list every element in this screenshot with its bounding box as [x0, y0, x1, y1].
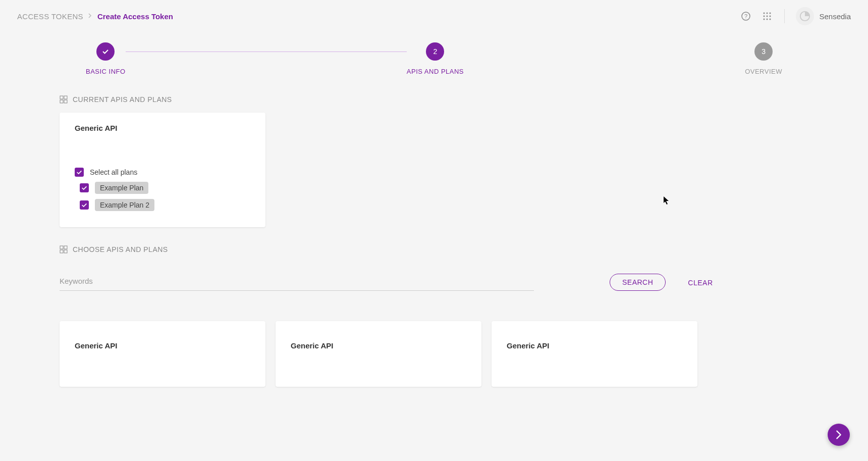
- svg-point-6: [767, 16, 768, 17]
- plan-chip: Example Plan 2: [95, 199, 154, 211]
- svg-point-3: [767, 13, 768, 14]
- section-title-text: CHOOSE APIS AND PLANS: [73, 245, 168, 253]
- api-card-grid: Generic API Generic API Generic API: [60, 321, 808, 387]
- step-overview[interactable]: 3 OVERVIEW: [745, 42, 782, 75]
- chevron-right-icon: [88, 13, 92, 20]
- breadcrumb-parent[interactable]: ACCESS TOKENS: [17, 12, 83, 21]
- svg-point-9: [767, 19, 768, 20]
- svg-point-5: [764, 16, 765, 17]
- api-card[interactable]: Generic API: [276, 321, 481, 387]
- api-card-title: Generic API: [291, 341, 466, 350]
- svg-point-8: [764, 19, 765, 20]
- search-input[interactable]: [60, 275, 534, 287]
- svg-rect-12: [60, 96, 63, 99]
- api-card[interactable]: Generic API: [60, 321, 265, 387]
- apps-grid-icon[interactable]: [761, 10, 773, 22]
- help-icon[interactable]: ?: [740, 10, 752, 22]
- step-circle-inactive: 3: [754, 42, 773, 61]
- svg-rect-13: [64, 96, 67, 99]
- select-all-label: Select all plans: [90, 168, 137, 176]
- svg-point-2: [764, 13, 765, 14]
- avatar: [796, 7, 814, 25]
- plan-row[interactable]: Example Plan 2: [75, 199, 250, 211]
- section-title-current: CURRENT APIS AND PLANS: [60, 95, 868, 104]
- stepper: BASIC INFO 2 APIS AND PLANS 3 OVERVIEW: [0, 32, 868, 90]
- plan-row[interactable]: Example Plan: [75, 182, 250, 194]
- api-card-title: Generic API: [507, 341, 682, 350]
- step-apis-plans[interactable]: 2 APIS AND PLANS: [407, 42, 464, 75]
- page-header: ACCESS TOKENS Create Access Token ? Sens…: [0, 0, 868, 32]
- search-row: SEARCH CLEAR: [60, 274, 808, 291]
- current-api-card: Generic API Select all plans Example Pla…: [60, 113, 265, 227]
- checkbox-plan[interactable]: [80, 200, 89, 210]
- svg-text:?: ?: [744, 13, 747, 19]
- svg-point-4: [770, 13, 771, 14]
- grid-icon: [60, 245, 68, 253]
- grid-icon: [60, 95, 68, 104]
- svg-rect-17: [64, 246, 67, 249]
- step-circle-active: 2: [426, 42, 444, 61]
- step-label: APIS AND PLANS: [407, 68, 464, 75]
- header-actions: ? Sensedia: [740, 7, 851, 25]
- step-connector: [464, 52, 745, 52]
- header-divider: [784, 9, 785, 23]
- svg-rect-16: [60, 246, 63, 249]
- section-title-choose: CHOOSE APIS AND PLANS: [60, 245, 868, 253]
- svg-rect-18: [60, 250, 63, 253]
- checkbox-plan[interactable]: [80, 183, 89, 192]
- step-basic-info[interactable]: BASIC INFO: [86, 42, 126, 75]
- breadcrumb-current: Create Access Token: [97, 12, 173, 21]
- search-button[interactable]: SEARCH: [610, 274, 666, 291]
- card-title: Generic API: [75, 124, 250, 132]
- clear-button[interactable]: CLEAR: [676, 275, 725, 291]
- step-label: BASIC INFO: [86, 68, 126, 75]
- checkbox-select-all[interactable]: [75, 168, 84, 177]
- username: Sensedia: [819, 12, 851, 21]
- mouse-cursor: [663, 196, 671, 204]
- svg-point-10: [770, 19, 771, 20]
- svg-rect-14: [60, 100, 63, 103]
- api-card[interactable]: Generic API: [492, 321, 697, 387]
- plan-chip: Example Plan: [95, 182, 148, 194]
- step-connector: [126, 52, 407, 52]
- step-label: OVERVIEW: [745, 68, 782, 75]
- step-circle-completed: [96, 42, 115, 61]
- next-fab-button[interactable]: [828, 424, 850, 446]
- svg-point-7: [770, 16, 771, 17]
- svg-rect-15: [64, 100, 67, 103]
- svg-rect-19: [64, 250, 67, 253]
- search-input-wrapper: [60, 275, 534, 291]
- breadcrumb: ACCESS TOKENS Create Access Token: [17, 12, 173, 21]
- section-title-text: CURRENT APIS AND PLANS: [73, 95, 172, 104]
- user-menu[interactable]: Sensedia: [796, 7, 851, 25]
- select-all-row[interactable]: Select all plans: [75, 168, 250, 177]
- api-card-title: Generic API: [75, 341, 250, 350]
